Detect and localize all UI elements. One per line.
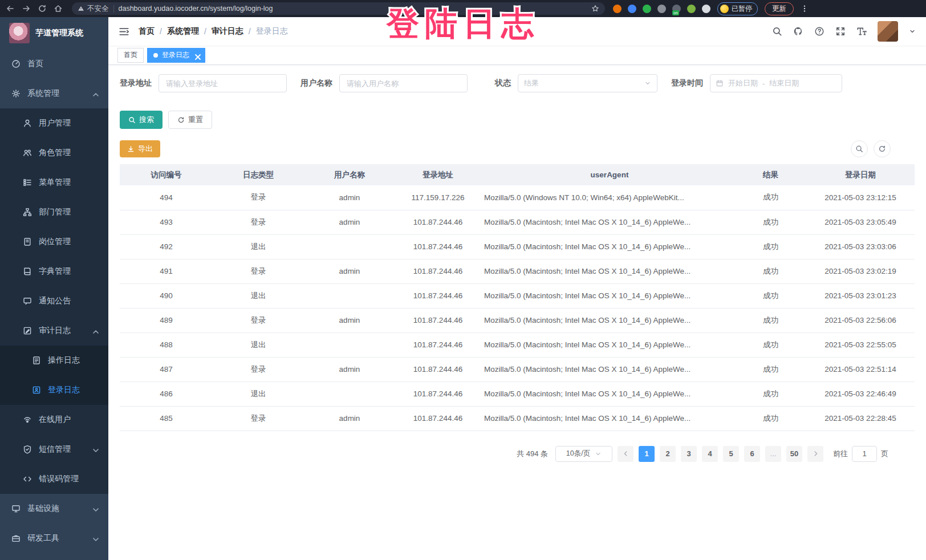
more-pages-button[interactable]: ... <box>765 446 781 462</box>
search-icon[interactable] <box>772 26 782 36</box>
hamburger-icon[interactable] <box>119 26 129 37</box>
show-search-button[interactable] <box>851 140 868 157</box>
sidebar-item-system[interactable]: 系统管理 <box>0 79 108 108</box>
sidebar-item-posts[interactable]: 岗位管理 <box>0 227 108 257</box>
gear-icon <box>11 89 21 98</box>
sidebar-item-dev-tools[interactable]: 研发工具 <box>0 524 108 553</box>
home-icon[interactable] <box>54 4 63 13</box>
sidebar-item-home[interactable]: 首页 <box>0 49 108 79</box>
page-button-5[interactable]: 5 <box>723 446 739 462</box>
refresh-table-button[interactable] <box>874 140 891 157</box>
close-icon[interactable] <box>193 52 199 58</box>
date-start-placeholder: 开始日期 <box>728 78 758 88</box>
list-extension-icon[interactable]: on <box>672 5 681 13</box>
page-list: 123456...50 <box>639 446 802 462</box>
export-button[interactable]: 导出 <box>120 140 160 157</box>
help-icon[interactable] <box>814 26 825 36</box>
browser-menu-icon[interactable] <box>801 5 809 13</box>
page-button-1[interactable]: 1 <box>639 446 655 462</box>
plant-extension-icon[interactable] <box>687 5 696 13</box>
goto-page-input[interactable] <box>852 446 877 462</box>
table-cell: 成功 <box>735 259 806 283</box>
table-cell: 成功 <box>735 308 806 332</box>
fullscreen-icon[interactable] <box>835 26 846 36</box>
login-address-input[interactable] <box>159 74 287 92</box>
tab-inactive[interactable]: 首页 <box>117 48 144 63</box>
green-heart-extension-icon[interactable] <box>643 5 651 13</box>
chevron-down-icon[interactable] <box>91 505 98 512</box>
update-button[interactable]: 更新 <box>765 2 794 15</box>
sidebar-item-login-log[interactable]: 登录日志 <box>0 375 108 405</box>
github-icon[interactable] <box>793 26 803 36</box>
chevron-up-icon[interactable] <box>91 90 98 97</box>
chevron-down-icon <box>595 451 602 457</box>
address-bar[interactable]: 不安全 dashboard.yudao.iocoder.cn/system/lo… <box>72 2 605 15</box>
chevron-down-icon[interactable] <box>909 28 916 35</box>
chevron-down-icon[interactable] <box>91 446 98 453</box>
breadcrumb-item[interactable]: 首页 <box>139 26 155 36</box>
table-cell: 2021-05-03 23:01:23 <box>806 283 915 308</box>
sidebar-item-menus[interactable]: 菜单管理 <box>0 168 108 197</box>
sidebar-item-sms[interactable]: 短信管理 <box>0 435 108 464</box>
username-input[interactable] <box>339 74 468 92</box>
table-row: 490退出101.87.244.46Mozilla/5.0 (Macintosh… <box>120 283 915 308</box>
sidebar-item-depts[interactable]: 部门管理 <box>0 197 108 227</box>
blue-extension-icon[interactable] <box>628 5 636 13</box>
page-button-50[interactable]: 50 <box>786 446 802 462</box>
page-button-2[interactable]: 2 <box>660 446 676 462</box>
app-logo[interactable]: 芋道管理系统 <box>0 17 108 49</box>
avatar[interactable] <box>878 21 898 42</box>
sidebar-item-error-code[interactable]: 错误码管理 <box>0 464 108 494</box>
sidebar-item-notice[interactable]: 通知公告 <box>0 286 108 316</box>
emoji-icon <box>720 5 729 13</box>
app-header: 首页/系统管理/审计日志/登录日志 <box>108 17 926 46</box>
search-button[interactable]: 搜索 <box>120 111 163 129</box>
sidebar-item-roles[interactable]: 角色管理 <box>0 138 108 168</box>
back-icon[interactable] <box>6 4 15 13</box>
forward-icon[interactable] <box>22 4 31 13</box>
sidebar-item-infra[interactable]: 基础设施 <box>0 494 108 524</box>
puzzle-extension-icon[interactable] <box>702 5 710 13</box>
reload-icon[interactable] <box>38 4 47 13</box>
status-select[interactable]: 结果 <box>518 74 657 92</box>
breadcrumb: 首页/系统管理/审计日志/登录日志 <box>139 26 288 36</box>
table-cell: admin <box>304 185 395 210</box>
grid-extension-icon[interactable] <box>657 5 666 13</box>
reset-button[interactable]: 重置 <box>168 111 212 129</box>
sidebar-item-dict[interactable]: 字典管理 <box>0 257 108 286</box>
chevron-down-icon[interactable] <box>91 535 98 542</box>
tab-active[interactable]: 登录日志 <box>147 48 205 63</box>
page-button-4[interactable]: 4 <box>702 446 718 462</box>
chevron-up-icon[interactable] <box>91 327 98 334</box>
login-time-range-picker[interactable]: 开始日期 - 结束日期 <box>710 74 842 92</box>
page-size-select[interactable]: 10条/页 <box>555 446 612 462</box>
table-cell <box>304 234 395 259</box>
page-button-6[interactable]: 6 <box>744 446 760 462</box>
extensions-tray: on <box>613 5 710 13</box>
table-cell: 2021-05-03 23:03:06 <box>806 234 915 259</box>
url-text[interactable]: dashboard.yudao.iocoder.cn/system/log/lo… <box>119 5 273 13</box>
breadcrumb-item[interactable]: 系统管理 <box>167 26 199 36</box>
table-cell: Mozilla/5.0 (Macintosh; Intel Mac OS X 1… <box>481 332 735 357</box>
security-chip[interactable]: 不安全 <box>78 4 109 14</box>
date-separator: - <box>762 79 765 88</box>
menu-tree-icon <box>23 178 32 187</box>
table-cell: Mozilla/5.0 (Macintosh; Intel Mac OS X 1… <box>481 382 735 406</box>
page-button-3[interactable]: 3 <box>681 446 697 462</box>
table-cell: 101.87.244.46 <box>395 357 481 382</box>
font-size-icon[interactable] <box>856 26 867 36</box>
sidebar-item-audit-log[interactable]: 审计日志 <box>0 316 108 346</box>
sidebar-item-online-users[interactable]: 在线用户 <box>0 405 108 435</box>
browser-chrome: 不安全 dashboard.yudao.iocoder.cn/system/lo… <box>0 0 926 17</box>
table-cell: 485 <box>120 406 213 431</box>
bookmark-star-icon[interactable] <box>591 5 599 13</box>
breadcrumb-separator: / <box>249 27 251 36</box>
next-page-button[interactable] <box>807 446 823 462</box>
breadcrumb-item[interactable]: 审计日志 <box>212 26 243 36</box>
orange-extension-icon[interactable] <box>613 5 622 13</box>
sidebar-item-users[interactable]: 用户管理 <box>0 108 108 138</box>
table-cell: 101.87.244.46 <box>395 332 481 357</box>
prev-page-button[interactable] <box>618 446 633 462</box>
sidebar-item-operate-log[interactable]: 操作日志 <box>0 346 108 375</box>
paused-badge[interactable]: 已暂停 <box>717 2 758 15</box>
